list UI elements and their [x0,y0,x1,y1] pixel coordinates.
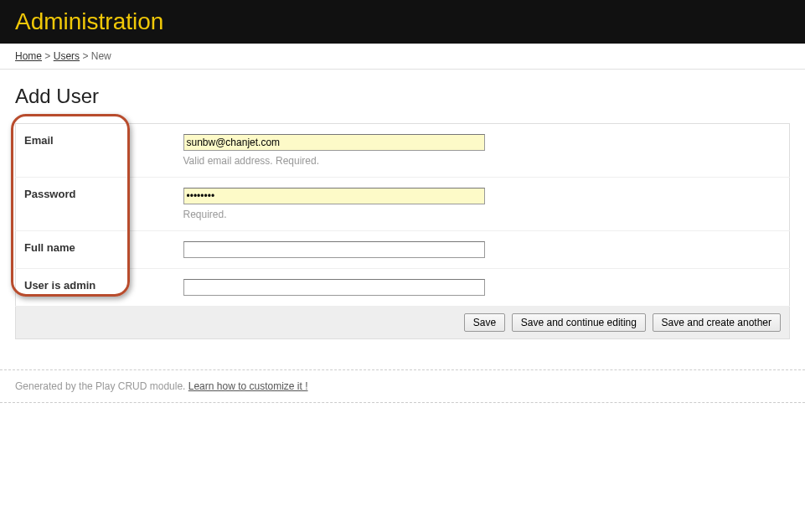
isadmin-label: User is admin [16,269,175,307]
breadcrumb-users[interactable]: Users [54,50,80,62]
save-create-button[interactable]: Save and create another [653,313,781,332]
form-row-email: Email Valid email address. Required. [16,124,790,178]
password-label: Password [16,178,175,231]
save-button[interactable]: Save [464,313,505,332]
footer: Generated by the Play CRUD module. Learn… [0,369,805,403]
breadcrumb: Home > Users > New [0,44,805,70]
app-title: Administration [15,8,790,35]
breadcrumb-current: New [91,50,111,62]
fullname-label: Full name [16,231,175,269]
email-hint: Valid email address. Required. [183,155,782,167]
form-table: Email Valid email address. Required. Pas… [15,123,790,339]
breadcrumb-sep: > [82,50,88,62]
header: Administration [0,0,805,44]
isadmin-field[interactable] [183,279,485,296]
save-continue-button[interactable]: Save and continue editing [512,313,646,332]
actions-row: Save Save and continue editing Save and … [16,307,790,339]
password-field[interactable] [183,188,485,204]
fullname-field[interactable] [183,241,485,258]
form-row-isadmin: User is admin [16,269,790,307]
footer-text: Generated by the Play CRUD module. [15,380,188,392]
content: Add User Email Valid email address. Requ… [0,70,805,354]
email-label: Email [16,124,175,178]
breadcrumb-home[interactable]: Home [15,50,42,62]
form-row-password: Password Required. [16,178,790,231]
form-row-fullname: Full name [16,231,790,269]
email-field[interactable] [183,134,485,151]
page-title: Add User [15,85,790,108]
footer-link[interactable]: Learn how to customize it ! [188,380,308,392]
password-hint: Required. [183,209,782,220]
breadcrumb-sep: > [44,50,50,62]
